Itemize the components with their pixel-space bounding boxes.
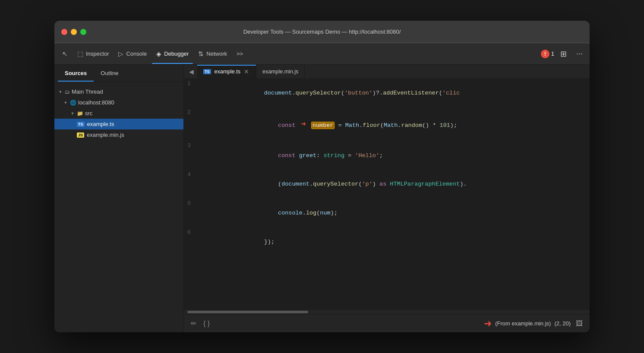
source-position-label: (2, 20) (554, 320, 571, 327)
sidebar-tabs: Sources Outline (54, 65, 183, 82)
code-token: ); (331, 210, 338, 216)
collapse-sidebar-button[interactable]: ◀ (186, 65, 197, 79)
scrollbar-thumb[interactable] (187, 311, 308, 313)
editor-tabs: ◀ TS example.ts ✕ example.min.js (184, 65, 590, 79)
editor-tab-example-ts[interactable]: TS example.ts ✕ (197, 65, 256, 79)
main-content: Sources Outline ▼ 🗂 Main Thread ▼ 🌐 loca… (54, 65, 590, 332)
responsive-design-button[interactable]: ⊞ (557, 47, 570, 61)
code-token: num (320, 210, 330, 216)
format-label: { } (203, 320, 210, 327)
code-token: Math (345, 122, 359, 129)
code-line-1: 1 document.querySelector('button')?.addE… (184, 79, 590, 108)
tree-src-folder[interactable]: ▼ 📁 src (54, 108, 183, 119)
code-token: : (316, 152, 323, 159)
code-token: random (401, 122, 422, 129)
tab-outline[interactable]: Outline (94, 65, 125, 82)
code-token: 'button' (344, 90, 373, 96)
code-token: greet (299, 152, 317, 159)
line-num-3: 3 (184, 141, 198, 170)
source-file-label: (From example.min.js) (495, 320, 551, 327)
console-tab[interactable]: ▷ Console (114, 47, 151, 60)
tab-sources[interactable]: Sources (58, 65, 94, 82)
source-map-settings-button[interactable]: 🖼 (574, 318, 584, 329)
code-scroll-area[interactable]: 1 document.querySelector('button')?.addE… (184, 79, 590, 310)
code-token: addEventListener (383, 90, 439, 96)
ts-badge-tab: TS (203, 69, 211, 74)
js-badge-example-min: JS (77, 132, 84, 138)
code-token: . (292, 90, 295, 96)
sidebar: Sources Outline ▼ 🗂 Main Thread ▼ 🌐 loca… (54, 65, 184, 332)
pretty-print-toggle[interactable]: ✏ (189, 318, 198, 329)
close-tab-icon[interactable]: ✕ (243, 68, 250, 75)
code-token: Math (384, 122, 398, 129)
code-editor[interactable]: 1 document.querySelector('button')?.addE… (184, 79, 590, 257)
image-icon: 🖼 (576, 320, 583, 327)
toolbar: ↖ ⬚ Inspector ▷ Console ◈ Debugger ⇅ Net… (54, 43, 590, 65)
code-token: 101 (440, 122, 450, 129)
code-token: log (306, 210, 316, 216)
expand-arrow-localhost: ▼ (63, 101, 68, 105)
edit-icon: ✏ (191, 320, 196, 327)
code-token: ); (450, 122, 457, 129)
folder-icon-src: 📁 (77, 110, 83, 117)
source-map-arrow-icon: ➜ (484, 318, 492, 329)
code-token: document (264, 90, 292, 96)
code-token: ( (341, 90, 344, 96)
code-token (296, 152, 299, 159)
code-token: as (379, 181, 386, 187)
tree-file-example-ts[interactable]: TS example.ts (54, 119, 183, 129)
globe-icon: 🌐 (70, 100, 76, 106)
code-token: () * (422, 122, 440, 129)
close-button[interactable] (61, 29, 67, 35)
minimize-button[interactable] (71, 29, 77, 35)
line-code-2: const ➜ number = Math.floor(Math.random(… (198, 108, 590, 142)
maximize-button[interactable] (80, 29, 86, 35)
pointer-tool-button[interactable]: ↖ (58, 47, 72, 60)
code-line-5: 5 console.log(num); (184, 199, 590, 228)
src-label: src (85, 110, 92, 117)
more-tabs-icon: >> (237, 50, 243, 57)
debugger-tab[interactable]: ◈ Debugger (152, 47, 193, 60)
tree-localhost[interactable]: ▼ 🌐 localhost:8080 (54, 97, 183, 108)
code-line-3: 3 const greet: string = 'Hello'; (184, 141, 590, 170)
inspector-tab[interactable]: ⬚ Inspector (73, 47, 113, 60)
format-button[interactable]: { } (202, 318, 212, 329)
example-ts-label: example.ts (87, 121, 114, 127)
editor-area: ◀ TS example.ts ✕ example.min.js (184, 65, 590, 332)
code-token: 'Hello' (355, 152, 379, 159)
file-tree: ▼ 🗂 Main Thread ▼ 🌐 localhost:8080 ▼ 📁 s… (54, 82, 183, 332)
code-token: ( (264, 181, 282, 187)
more-tabs-button[interactable]: >> (232, 48, 247, 60)
main-thread-label: Main Thread (72, 88, 103, 95)
network-tab[interactable]: ⇅ Network (194, 47, 231, 60)
code-token: ( (380, 122, 384, 129)
settings-button[interactable]: ··· (573, 47, 586, 61)
folder-icon-main: 🗂 (65, 89, 70, 95)
horizontal-scrollbar[interactable] (184, 310, 590, 314)
code-table: 1 document.querySelector('button')?.addE… (184, 79, 590, 257)
code-line-6: 6 }); (184, 228, 590, 257)
line-num-2: 2 (184, 108, 198, 142)
arrow-indicator: ➜ (301, 117, 306, 132)
error-count: 1 (551, 50, 554, 57)
code-token: querySelector (296, 90, 341, 96)
code-token (264, 210, 278, 216)
line-code-1: document.querySelector('button')?.addEve… (198, 79, 590, 108)
code-token: ( (439, 90, 442, 96)
pointer-icon: ↖ (62, 50, 68, 58)
editor-tab-example-min-js[interactable]: example.min.js (256, 65, 305, 78)
code-token: ) (373, 181, 379, 187)
tree-file-example-min-js[interactable]: JS example.min.js (54, 129, 183, 140)
line-code-5: console.log(num); (198, 199, 590, 228)
traffic-lights (61, 29, 86, 35)
line-num-4: 4 (184, 170, 198, 199)
tree-main-thread[interactable]: ▼ 🗂 Main Thread (54, 86, 183, 97)
code-token: HTMLParagraphElement (390, 181, 460, 187)
console-icon: ▷ (118, 50, 123, 58)
line-code-3: const greet: string = 'Hello'; (198, 141, 590, 170)
window-title: Developer Tools — Sourcemaps Demo — http… (243, 28, 401, 35)
code-token: ). (460, 181, 467, 187)
code-token: document (281, 181, 309, 187)
code-token (264, 152, 278, 159)
ts-badge-example: TS (77, 122, 85, 127)
